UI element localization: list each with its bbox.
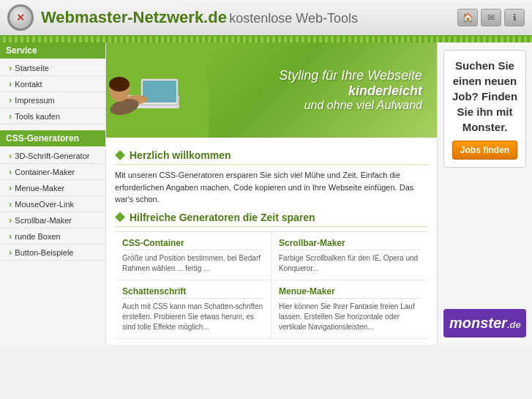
hero-image: [106, 42, 209, 138]
header-nav-icons: 🏠 ✉ ℹ: [457, 9, 525, 26]
sidebar: Service Startseite Kontakt Impressum Too…: [0, 42, 106, 345]
sidebar-item-tools-kaufen[interactable]: Tools kaufen: [0, 108, 105, 124]
generator-title-schattenschrift[interactable]: Schattenschrift: [122, 286, 263, 299]
hero-line1: Styling für Ihre Webseite: [223, 68, 422, 83]
monster-ad-top: Suchen Sie einen neuen Job? Finden Sie i…: [443, 50, 526, 168]
generator-desc-css-container: Größe und Position bestimmen, bei Bedarf…: [122, 253, 263, 274]
sidebar-item-container-maker[interactable]: Container-Maker: [0, 164, 105, 180]
generator-desc-menue: Hier können Sie Ihrer Fantasie freien La…: [279, 302, 421, 332]
generator-cell-scrollbar: Scrollbar-Maker Farbige Scrollbalken für…: [271, 232, 428, 280]
hero-line2: kinderleicht: [223, 83, 422, 99]
info-icon[interactable]: ℹ: [504, 9, 525, 26]
site-title: Webmaster-Netzwerk.de: [41, 8, 227, 26]
sidebar-item-impressum[interactable]: Impressum: [0, 92, 105, 108]
generator-cell-css-container: CSS-Container Größe und Position bestimm…: [115, 232, 271, 280]
sidebar-item-runde-boxen[interactable]: runde Boxen: [0, 228, 105, 245]
site-subtitle: kostenlose Web-Tools: [229, 11, 358, 26]
hero-banner: Styling für Ihre Webseite kinderleicht u…: [106, 42, 437, 138]
sidebar-section-css: CSS-Generatoren: [0, 130, 105, 146]
ad-column: Suchen Sie einen neuen Job? Finden Sie i…: [437, 42, 532, 345]
generator-desc-schattenschrift: Auch mit CSS kann man Schatten-schriften…: [122, 302, 263, 332]
content-area: Styling für Ihre Webseite kinderleicht u…: [106, 42, 437, 345]
sidebar-section-service: Service: [0, 42, 105, 59]
hero-text: Styling für Ihre Webseite kinderleicht u…: [209, 61, 437, 119]
content-inner: Herzlich willkommen Mit unseren CSS-Gene…: [106, 138, 437, 345]
welcome-text: Mit unseren CSS-Generatoren ersparen Sie…: [115, 169, 428, 206]
header-titles: Webmaster-Netzwerk.de kostenlose Web-Too…: [41, 8, 358, 27]
header-stripe: [0, 37, 532, 42]
generator-title-scrollbar[interactable]: Scrollbar-Maker: [279, 238, 421, 250]
email-icon[interactable]: ✉: [481, 9, 501, 26]
welcome-heading: Herzlich willkommen: [115, 149, 428, 165]
header: Webmaster-Netzwerk.de kostenlose Web-Too…: [0, 0, 532, 37]
jobs-finden-button[interactable]: Jobs finden: [452, 141, 517, 160]
sidebar-item-scrollbar-maker[interactable]: Scrollbar-Maker: [0, 212, 105, 228]
sidebar-item-button-beispiele[interactable]: Button-Beispiele: [0, 245, 105, 261]
diamond-icon-2: [115, 212, 125, 223]
main-layout: Service Startseite Kontakt Impressum Too…: [0, 42, 532, 345]
generator-cell-schattenschrift: Schattenschrift Auch mit CSS kann man Sc…: [115, 280, 271, 339]
sidebar-item-mouseover-link[interactable]: MouseOver-Link: [0, 196, 105, 212]
monster-logo: monster.de: [449, 315, 520, 332]
sidebar-item-startseite[interactable]: Startseite: [0, 60, 105, 76]
sidebar-item-3d-schrift[interactable]: 3D-Schrift-Generator: [0, 148, 105, 164]
generator-grid: CSS-Container Größe und Position bestimm…: [115, 231, 428, 339]
monster-ad-bottom[interactable]: monster.de: [443, 309, 526, 338]
generator-title-css-container[interactable]: CSS-Container: [122, 238, 263, 250]
hero-line3: und ohne viel Aufwand: [223, 99, 422, 112]
diamond-icon: [115, 150, 125, 160]
generator-cell-menue: Menue-Maker Hier können Sie Ihrer Fantas…: [271, 280, 428, 339]
site-logo-icon: [7, 4, 34, 31]
home-icon[interactable]: 🏠: [457, 9, 478, 26]
generators-heading: Hilfreiche Generatoren die Zeit sparen: [115, 212, 428, 227]
sidebar-item-menue-maker[interactable]: Menue-Maker: [0, 180, 105, 196]
sidebar-item-kontakt[interactable]: Kontakt: [0, 76, 105, 92]
generator-title-menue[interactable]: Menue-Maker: [279, 286, 421, 299]
monster-ad-text: Suchen Sie einen neuen Job? Finden Sie i…: [450, 58, 520, 135]
generator-desc-scrollbar: Farbige Scrollbalken für den IE, Opera u…: [279, 253, 421, 274]
